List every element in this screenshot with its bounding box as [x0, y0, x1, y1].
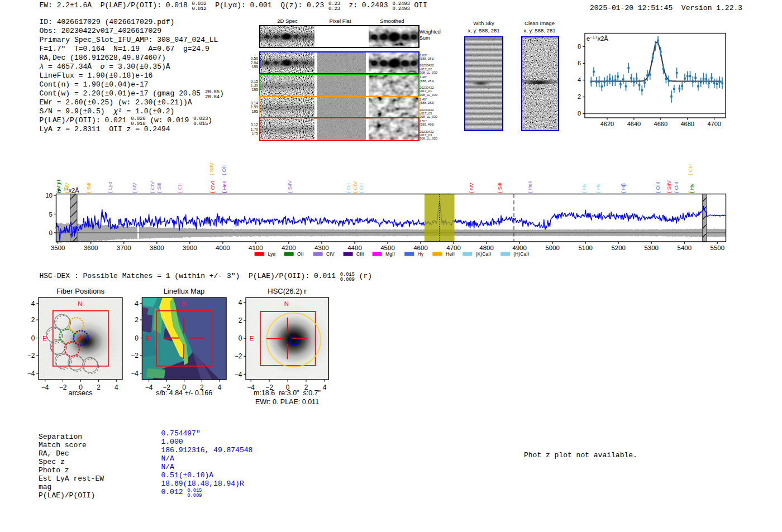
svg-text:2: 2	[239, 317, 242, 324]
svg-text:−2: −2	[27, 352, 35, 360]
svg-text:4: 4	[31, 300, 35, 308]
svg-text:4700: 4700	[707, 121, 721, 127]
svg-text:5100: 5100	[578, 245, 593, 251]
svg-text:5200: 5200	[611, 245, 626, 251]
svg-text:( MgII: ( MgII	[56, 180, 61, 193]
svg-text:( OII: ( OII	[346, 183, 351, 193]
svg-text:0: 0	[239, 334, 242, 342]
svg-text:−2: −2	[59, 384, 67, 391]
svg-text:( OII: ( OII	[221, 165, 227, 175]
svg-text:4: 4	[239, 299, 242, 306]
svg-text:4620: 4620	[600, 121, 614, 127]
svg-text:( NV: ( NV	[64, 183, 70, 193]
svg-text:5500: 5500	[711, 245, 725, 251]
svg-text:4000: 4000	[216, 245, 230, 251]
svg-text:Hγ: Hγ	[418, 251, 424, 257]
svg-text:−2: −2	[235, 352, 242, 360]
svg-text:( OVI: ( OVI	[210, 181, 216, 193]
svg-text:4200: 4200	[282, 245, 296, 251]
svg-text:HeII: HeII	[446, 251, 455, 257]
svg-text:5300: 5300	[644, 245, 659, 251]
svg-text:( CIV: ( CIV	[352, 181, 358, 193]
svg-text:4680: 4680	[681, 121, 694, 127]
svg-text:0: 0	[31, 334, 35, 342]
svg-text:0: 0	[578, 110, 581, 117]
svg-text:−4: −4	[27, 370, 35, 377]
svg-text:−4: −4	[131, 370, 139, 377]
svg-text:( SiIV: ( SiIV	[209, 162, 214, 175]
svg-text:( HeII: ( HeII	[527, 180, 533, 193]
svg-text:8: 8	[578, 43, 581, 50]
svg-text:5: 5	[49, 211, 53, 218]
svg-text:5000: 5000	[545, 245, 560, 251]
svg-text:4: 4	[578, 76, 581, 83]
svg-text:3500: 3500	[51, 245, 65, 251]
svg-text:3700: 3700	[117, 245, 131, 251]
svg-text:4: 4	[135, 300, 139, 308]
svg-text:3800: 3800	[150, 245, 164, 251]
svg-text:( HeII: ( HeII	[222, 180, 227, 193]
svg-text:( Hβ: ( Hβ	[621, 183, 626, 193]
svg-text:−4: −4	[145, 384, 153, 391]
svg-text:( Lyα: ( Lyα	[107, 181, 113, 193]
svg-text:s/b: 4.84 +/- 0.166: s/b: 4.84 +/- 0.166	[156, 389, 212, 397]
svg-text:N: N	[182, 300, 186, 307]
svg-text:3900: 3900	[183, 245, 197, 251]
svg-text:4: 4	[115, 384, 118, 391]
svg-text:(H)CaII: (H)CaII	[513, 251, 529, 257]
svg-text:CIV: CIV	[326, 251, 335, 257]
svg-text:4660: 4660	[654, 121, 667, 127]
svg-text:2: 2	[135, 316, 139, 324]
svg-text:0: 0	[49, 229, 53, 236]
svg-text:−4: −4	[41, 384, 49, 391]
svg-text:( Hγ: ( Hγ	[595, 184, 601, 193]
svg-text:4300: 4300	[314, 245, 329, 251]
svg-text:10: 10	[45, 192, 53, 199]
svg-text:4: 4	[218, 384, 222, 391]
svg-text:−2: −2	[131, 352, 139, 360]
svg-text:( SiII: ( SiII	[156, 183, 162, 193]
svg-text:( SiIV: ( SiIV	[287, 180, 293, 193]
svg-text:4640: 4640	[627, 121, 641, 127]
svg-text:4400: 4400	[347, 245, 362, 251]
svg-text:6: 6	[578, 60, 581, 66]
svg-text:4800: 4800	[479, 245, 494, 251]
svg-text:3600: 3600	[84, 245, 98, 251]
svg-text:( SiIV: ( SiIV	[666, 180, 672, 193]
svg-text:Lyα: Lyα	[268, 251, 276, 257]
svg-text:4500: 4500	[380, 245, 395, 251]
svg-text:4700: 4700	[446, 245, 461, 251]
svg-text:5400: 5400	[678, 245, 692, 251]
svg-text:2: 2	[31, 316, 35, 324]
svg-text:4100: 4100	[249, 245, 263, 251]
svg-text:( Hγ: ( Hγ	[689, 184, 695, 193]
svg-text:( CIII: ( CIII	[688, 164, 693, 175]
svg-text:E: E	[146, 335, 151, 342]
svg-text:( Hγ: ( Hγ	[581, 184, 587, 193]
svg-text:N: N	[284, 300, 289, 307]
svg-text:( OIII: ( OIII	[674, 181, 679, 193]
svg-text:( SiII: ( SiII	[86, 183, 92, 193]
svg-text:EWr: 0. PLAE: 0.011: EWr: 0. PLAE: 0.011	[255, 398, 319, 406]
svg-text:( NV: ( NV	[132, 183, 137, 193]
svg-text:4900: 4900	[512, 245, 527, 251]
svg-text:CIII: CIII	[356, 251, 364, 257]
svg-text:(K)CaII: (K)CaII	[476, 251, 492, 257]
svg-text:( SiII: ( SiII	[497, 183, 503, 193]
svg-text:E: E	[250, 335, 254, 342]
svg-text:2: 2	[578, 93, 581, 100]
svg-text:( OII: ( OII	[359, 183, 364, 193]
svg-text:MgII: MgII	[385, 251, 395, 257]
svg-text:N: N	[78, 300, 82, 307]
svg-text:( OIII: ( OIII	[655, 181, 661, 193]
svg-text:( CIV: ( CIV	[150, 181, 155, 193]
svg-text:( CII: ( CII	[177, 183, 183, 193]
svg-text:−4: −4	[235, 371, 242, 378]
svg-text:e−17x2Å: e−17x2Å	[586, 35, 608, 42]
svg-text:arcsecs: arcsecs	[68, 389, 92, 397]
svg-text:4: 4	[323, 384, 327, 391]
svg-text:( NV: ( NV	[469, 183, 474, 193]
svg-text:m:18.6 re:3.0" s:0.7": m:18.6 re:3.0" s:0.7"	[254, 389, 321, 397]
svg-text:0: 0	[135, 334, 139, 342]
svg-text:4600: 4600	[413, 245, 428, 251]
